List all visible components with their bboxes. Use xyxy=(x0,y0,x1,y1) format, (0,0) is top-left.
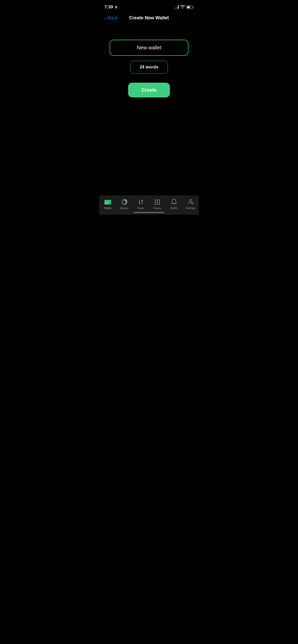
swap-icon xyxy=(137,198,144,206)
tab-assets-label: Assets xyxy=(120,207,128,210)
notify-icon xyxy=(170,198,178,206)
tab-notify-label: Notify xyxy=(170,207,177,210)
status-bar: 7:39 ⬆ xyxy=(99,0,199,13)
svg-point-2 xyxy=(109,202,110,204)
svg-point-4 xyxy=(189,199,192,201)
wifi-icon xyxy=(180,5,185,9)
time-display: 7:39 xyxy=(104,5,113,10)
nav-header: ‹ Back Create New Wallet xyxy=(99,13,199,24)
settings-icon xyxy=(187,198,194,206)
location-arrow-icon: ⬆ xyxy=(115,5,117,9)
create-button-label: Create xyxy=(141,87,156,93)
main-content: 24 words Create xyxy=(99,24,199,97)
tab-dapps-label: Dapps xyxy=(153,207,161,210)
assets-icon xyxy=(121,198,128,206)
tab-assets[interactable]: Assets xyxy=(117,198,131,210)
battery-icon xyxy=(186,6,194,9)
tab-dapps[interactable]: Dapps xyxy=(150,198,164,210)
word-count-selector[interactable]: 24 words xyxy=(130,61,168,74)
back-label: Back xyxy=(107,15,118,21)
create-button[interactable]: Create xyxy=(128,83,170,97)
status-time: 7:39 ⬆ xyxy=(104,5,117,10)
signal-icon xyxy=(174,5,179,9)
tab-settings[interactable]: Settings xyxy=(183,198,197,210)
svg-point-3 xyxy=(123,201,126,203)
tab-wallet[interactable]: Wallet xyxy=(101,198,115,210)
page-title: Create New Wallet xyxy=(129,15,169,21)
home-indicator xyxy=(134,212,164,213)
tab-settings-label: Settings xyxy=(185,207,196,210)
wallet-icon xyxy=(104,198,111,206)
status-icons xyxy=(174,5,194,9)
svg-rect-1 xyxy=(104,201,111,202)
tab-swap[interactable]: Swap xyxy=(134,198,148,210)
wallet-name-input[interactable] xyxy=(110,40,188,56)
back-button[interactable]: ‹ Back xyxy=(104,15,118,21)
dapps-icon xyxy=(154,198,161,206)
back-chevron-icon: ‹ xyxy=(104,16,106,21)
word-count-label: 24 words xyxy=(140,65,158,69)
tab-notify[interactable]: Notify xyxy=(167,198,181,210)
tab-wallet-label: Wallet xyxy=(104,207,111,210)
tab-swap-label: Swap xyxy=(137,207,144,210)
